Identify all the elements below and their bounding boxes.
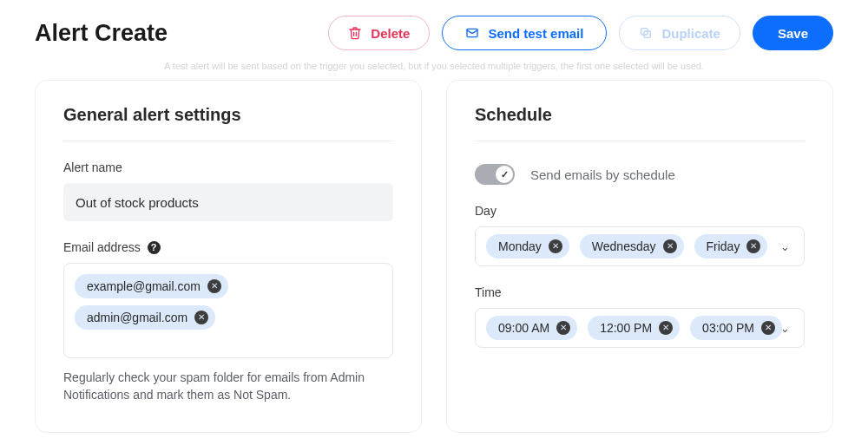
time-chip-text: 09:00 AM bbox=[498, 321, 549, 335]
email-chip-text: admin@gmail.com bbox=[87, 311, 187, 324]
remove-chip-icon[interactable]: ✕ bbox=[659, 321, 673, 335]
save-button[interactable]: Save bbox=[753, 16, 833, 50]
email-chip-text: example@gmail.com bbox=[87, 279, 201, 293]
header-actions: Delete Send test email Duplicate Save bbox=[328, 16, 833, 50]
delete-button[interactable]: Delete bbox=[328, 16, 430, 50]
time-label: Time bbox=[475, 285, 805, 299]
general-settings-card: General alert settings Alert name Email … bbox=[35, 80, 422, 433]
email-chipbox[interactable]: example@gmail.com ✕ admin@gmail.com ✕ bbox=[63, 263, 393, 358]
day-chip: Friday ✕ bbox=[694, 234, 768, 258]
send-test-email-button[interactable]: Send test email bbox=[442, 16, 607, 50]
alert-name-label: Alert name bbox=[63, 160, 393, 174]
remove-chip-icon[interactable]: ✕ bbox=[663, 239, 677, 253]
schedule-heading: Schedule bbox=[475, 105, 805, 141]
spam-hint: Regularly check your spam folder for ema… bbox=[63, 369, 393, 404]
trash-icon bbox=[348, 26, 362, 40]
time-chip: 09:00 AM ✕ bbox=[486, 316, 577, 340]
day-chip-text: Friday bbox=[707, 239, 740, 253]
email-chip: example@gmail.com ✕ bbox=[75, 274, 228, 298]
check-icon: ✓ bbox=[496, 166, 513, 183]
alert-name-input[interactable] bbox=[63, 183, 393, 221]
time-chip-text: 03:00 PM bbox=[702, 321, 754, 335]
send-test-label: Send test email bbox=[488, 26, 583, 41]
remove-chip-icon[interactable]: ✕ bbox=[207, 279, 221, 293]
help-icon[interactable]: ? bbox=[148, 241, 161, 254]
day-chip-text: Monday bbox=[498, 239, 542, 253]
remove-chip-icon[interactable]: ✕ bbox=[556, 321, 570, 335]
day-select[interactable]: Monday ✕ Wednesday ✕ Friday ✕ ⌄ bbox=[475, 226, 805, 266]
schedule-toggle-label: Send emails by schedule bbox=[530, 167, 675, 182]
remove-chip-icon[interactable]: ✕ bbox=[761, 321, 775, 335]
email-chip: admin@gmail.com ✕ bbox=[75, 305, 215, 330]
time-chip: 03:00 PM ✕ bbox=[690, 316, 782, 340]
delete-label: Delete bbox=[371, 26, 410, 41]
remove-chip-icon[interactable]: ✕ bbox=[746, 239, 760, 253]
copy-icon bbox=[639, 26, 653, 40]
email-address-label: Email address bbox=[63, 240, 141, 254]
day-chip-text: Wednesday bbox=[592, 239, 656, 253]
day-chip: Monday ✕ bbox=[486, 234, 569, 258]
mail-icon bbox=[465, 26, 479, 40]
remove-chip-icon[interactable]: ✕ bbox=[194, 311, 208, 324]
day-chip: Wednesday ✕ bbox=[580, 234, 684, 258]
time-select[interactable]: 09:00 AM ✕ 12:00 PM ✕ 03:00 PM ✕ ⌄ bbox=[475, 308, 805, 348]
chevron-down-icon: ⌄ bbox=[780, 240, 790, 253]
schedule-card: Schedule ✓ Send emails by schedule Day M… bbox=[446, 80, 833, 433]
time-chip: 12:00 PM ✕ bbox=[588, 316, 680, 340]
remove-chip-icon[interactable]: ✕ bbox=[549, 239, 562, 253]
general-heading: General alert settings bbox=[63, 105, 393, 141]
day-label: Day bbox=[475, 204, 805, 218]
duplicate-label: Duplicate bbox=[661, 26, 720, 41]
chevron-down-icon: ⌄ bbox=[780, 322, 790, 335]
test-email-note: A test alert will be sent based on the t… bbox=[0, 61, 868, 71]
page-title: Alert Create bbox=[35, 20, 168, 47]
save-label: Save bbox=[778, 26, 808, 41]
schedule-toggle[interactable]: ✓ bbox=[475, 164, 515, 185]
duplicate-button[interactable]: Duplicate bbox=[619, 16, 740, 50]
time-chip-text: 12:00 PM bbox=[600, 321, 652, 335]
